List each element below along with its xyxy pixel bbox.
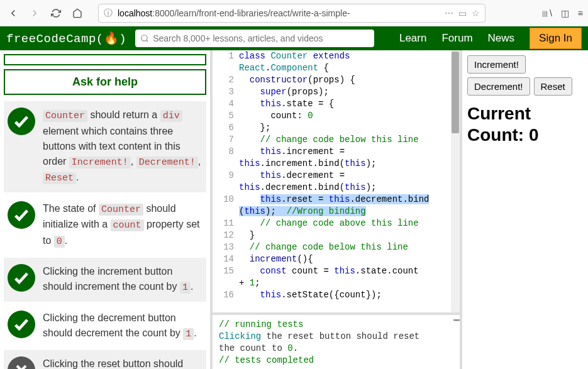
drag-handle-icon[interactable]: ▬▬ [453,314,458,326]
decrement-button[interactable]: Decrement! [467,77,530,96]
run-button-edge[interactable] [4,54,206,65]
test-row: Clicking the increment button should inc… [4,258,206,302]
nav-learn[interactable]: Learn [399,32,426,45]
editor-panel: 12345678910111213141516 class Counter ex… [213,50,462,369]
main-layout: Ask for help Counter should return a div… [0,50,588,369]
browser-toolbar: ⓘ localhost:8000/learn/front-end-librari… [0,0,588,26]
test-text: Clicking the reset button should reset t… [43,356,202,369]
test-text: Counter should return a div element whic… [43,107,202,186]
menu-icon[interactable]: ≡ [578,8,583,18]
test-text: The state of Counter should initialize w… [43,201,202,250]
increment-button[interactable]: Increment! [467,55,526,74]
forward-button[interactable] [26,5,43,21]
url-bar[interactable]: ⓘ localhost:8000/learn/front-end-librari… [98,4,485,23]
nav-forum[interactable]: Forum [441,32,472,45]
back-button[interactable] [5,5,21,21]
library-icon[interactable]: ⫼\ [541,8,552,18]
pass-icon [8,264,35,292]
test-row: Counter should return a div element whic… [4,101,206,192]
reset-button[interactable]: Reset [534,77,572,96]
console-output: ▬▬ // running testsClicking the reset bu… [213,312,460,369]
reader-icon[interactable]: ▭ [458,8,467,18]
url-text: localhost:8000/learn/front-end-libraries… [118,8,440,18]
svg-line-1 [147,40,148,41]
search-input[interactable] [153,33,369,43]
fail-icon [8,356,35,369]
search-icon [140,34,149,43]
pass-icon [8,201,35,229]
pass-icon [8,107,35,135]
site-header: freeCodeCamp(🔥) Learn Forum News Sign In [0,26,588,50]
svg-point-0 [141,35,147,41]
test-row: The state of Counter should initialize w… [4,195,206,256]
test-text: Clicking the increment button should inc… [43,264,202,295]
ask-help-button[interactable]: Ask for help [4,69,206,95]
nav-news[interactable]: News [488,32,515,45]
test-text: Clicking the decrement button should dec… [43,311,202,342]
signin-button[interactable]: Sign In [530,28,582,49]
tests-panel: Ask for help Counter should return a div… [0,50,213,369]
logo[interactable]: freeCodeCamp(🔥) [6,31,126,46]
sidebar-icon[interactable]: ◫ [561,8,569,18]
test-row: Clicking the reset button should reset t… [4,350,206,369]
test-row: Clicking the decrement button should dec… [4,304,206,348]
preview-panel: Increment!Decrement!Reset Current Count:… [462,50,588,369]
url-overflow-icon: ⋯ [445,8,453,18]
counter-display: Current Count: 0 [467,103,583,145]
code-editor[interactable]: 12345678910111213141516 class Counter ex… [213,50,460,312]
search-box[interactable] [135,30,374,47]
home-button[interactable] [69,5,86,21]
bookmark-icon[interactable]: ☆ [472,8,480,18]
editor-scrollbar[interactable] [451,50,460,312]
pass-icon [8,311,35,338]
reload-button[interactable] [48,5,64,21]
info-icon: ⓘ [104,8,113,19]
